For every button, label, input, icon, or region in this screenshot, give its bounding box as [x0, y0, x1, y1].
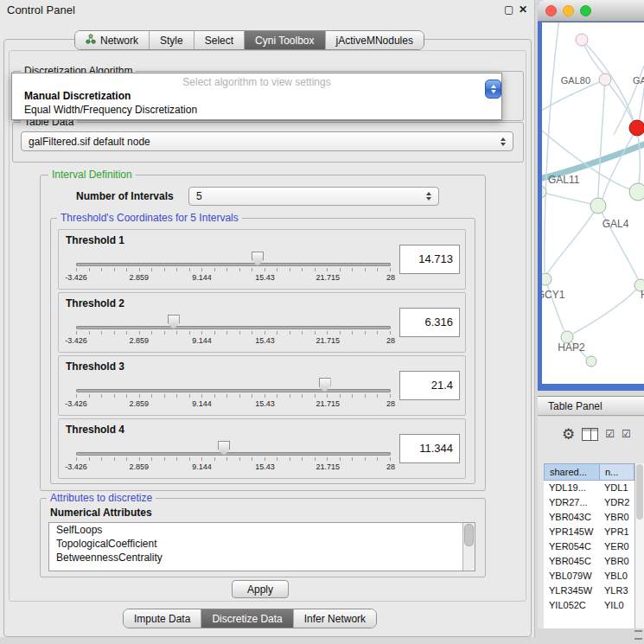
table-row[interactable]: YDR27...YDR2 [544, 495, 634, 510]
table-row[interactable]: YDL19...YDL1 [544, 481, 634, 495]
table-scrollbar-thumb[interactable] [636, 464, 643, 520]
algorithm-option[interactable]: Manual Discretization [12, 89, 501, 103]
network-node[interactable] [599, 73, 611, 86]
threshold-slider[interactable]: -3.4262.8599.14415.4321.71528 [76, 314, 391, 350]
slider-track[interactable] [76, 389, 391, 392]
thresholds-group: Threshold 1-3.4262.8599.14415.4321.71528… [50, 218, 475, 484]
threshold-slider[interactable]: -3.4262.8599.14415.4321.71528 [76, 251, 391, 287]
network-edge [547, 206, 598, 274]
algorithm-combo-button[interactable] [485, 80, 501, 99]
table-row[interactable]: YLR345WYLR3 [544, 583, 634, 598]
attribute-item[interactable]: TopologicalCoefficient [49, 537, 475, 551]
network-node[interactable] [586, 356, 596, 367]
tab-impute-data[interactable]: Impute Data [124, 609, 201, 628]
network-titlebar[interactable] [538, 0, 644, 22]
network-node[interactable] [542, 273, 552, 285]
threshold-value[interactable]: 11.344 [399, 434, 460, 463]
column-header-name[interactable]: n... [599, 463, 634, 481]
threshold-value[interactable]: 6.316 [399, 308, 460, 337]
attribute-item[interactable]: BetweennessCentrality [49, 551, 475, 564]
tab-label: Select [205, 35, 233, 47]
table-row[interactable]: YPR145WYPR1 [544, 525, 634, 539]
slider-ticks [76, 331, 391, 335]
threshold-label: Threshold 4 [66, 424, 124, 436]
table-header-row: shared... n... [544, 463, 634, 481]
top-tab-bar: NetworkStyleSelectCyni ToolboxjActiveMNo… [74, 30, 424, 50]
list-scrollbar[interactable] [462, 523, 475, 571]
network-window: GAL80GAGAL11GAL4GCY1HHAP2 [538, 0, 644, 391]
float-panel-icon[interactable]: ▢ [504, 3, 513, 16]
cell-name[interactable]: YER0 [599, 539, 634, 554]
numerical-attributes-list[interactable]: SelfLoopsTopologicalCoefficientBetweenne… [48, 522, 475, 571]
threshold-slider[interactable]: -3.4262.8599.14415.4321.71528 [76, 377, 391, 413]
cell-name[interactable]: YDL1 [599, 481, 634, 495]
tab-jactivemnodules[interactable]: jActiveMNodules [325, 31, 424, 49]
threshold-value[interactable]: 21.4 [399, 371, 460, 400]
table-row[interactable]: YER054CYER0 [544, 539, 634, 554]
network-node[interactable] [590, 198, 606, 214]
cell-shared-name[interactable]: YBL079W [544, 569, 599, 583]
tab-style[interactable]: Style [149, 31, 194, 49]
apply-button[interactable]: Apply [232, 580, 289, 598]
cell-shared-name[interactable]: YBR043C [544, 510, 599, 525]
threshold-panel-1: Threshold 1-3.4262.8599.14415.4321.71528… [58, 229, 466, 290]
tab-infer-network[interactable]: Infer Network [293, 609, 376, 628]
cell-name[interactable]: YBR0 [599, 510, 634, 525]
cell-shared-name[interactable]: YLR345W [544, 583, 599, 598]
threshold-slider[interactable]: -3.4262.8599.14415.4321.71528 [76, 440, 391, 476]
tab-select[interactable]: Select [194, 31, 244, 49]
slider-scale: -3.4262.8599.14415.4321.71528 [76, 399, 391, 409]
slider-track[interactable] [76, 263, 391, 266]
minimize-window-button[interactable] [563, 5, 574, 16]
threshold-label: Threshold 3 [66, 360, 124, 373]
network-node[interactable] [629, 183, 644, 201]
slider-track[interactable] [76, 326, 391, 329]
attribute-item[interactable]: SelfLoops [49, 523, 475, 537]
cell-shared-name[interactable]: YDR27... [544, 495, 599, 510]
threshold-value[interactable]: 14.713 [399, 245, 460, 274]
resize-grip[interactable] [634, 630, 642, 640]
table-row[interactable]: YBR045CYBR0 [544, 554, 634, 569]
list-scrollbar-thumb[interactable] [464, 524, 474, 546]
cell-shared-name[interactable]: YIL052C [544, 598, 599, 613]
table-panel-title: Table Panel [548, 400, 603, 412]
tab-network[interactable]: Network [75, 31, 149, 49]
threshold-panel-4: Threshold 4-3.4262.8599.14415.4321.71528… [58, 418, 466, 479]
node-label: GA [633, 75, 644, 86]
network-node[interactable] [576, 34, 588, 46]
table-row[interactable]: YBR043CYBR0 [544, 510, 634, 525]
cell-name[interactable]: YIL0 [599, 598, 634, 613]
network-node[interactable] [629, 120, 644, 136]
cell-name[interactable]: YDR2 [599, 495, 634, 510]
zoom-window-button[interactable] [580, 5, 591, 16]
node-label: H [641, 289, 644, 301]
table-row[interactable]: YIL052CYIL0 [544, 598, 634, 613]
intervals-count-select[interactable]: 5 [188, 187, 439, 206]
cell-shared-name[interactable]: YER054C [544, 539, 599, 554]
table-row[interactable]: YBL079WYBL0 [544, 569, 634, 583]
node-label: GAL4 [603, 218, 629, 230]
cell-name[interactable]: YBL0 [599, 569, 634, 583]
close-panel-icon[interactable]: ✕ [519, 3, 527, 16]
network-canvas[interactable]: GAL80GAGAL11GAL4GCY1HHAP2 [542, 22, 644, 384]
table-data-select[interactable]: galFiltered.sif default node [21, 131, 513, 151]
algorithm-option[interactable]: Equal Width/Frequency Discretization [12, 103, 501, 117]
checkbox-icon[interactable]: ☑ [605, 429, 615, 439]
network-icon [86, 34, 96, 47]
gear-icon[interactable]: ⚙ [562, 427, 575, 442]
close-window-button[interactable] [545, 5, 557, 16]
checkbox-icon[interactable]: ☑ [622, 429, 631, 439]
cell-name[interactable]: YLR3 [599, 583, 634, 598]
table-scrollbar[interactable] [634, 463, 644, 628]
cell-shared-name[interactable]: YPR145W [544, 525, 599, 539]
slider-track[interactable] [76, 452, 391, 456]
tab-cyni-toolbox[interactable]: Cyni Toolbox [244, 31, 324, 49]
columns-icon[interactable] [582, 428, 598, 441]
tab-discretize-data[interactable]: Discretize Data [201, 609, 292, 628]
cell-shared-name[interactable]: YBR045C [544, 554, 599, 569]
cell-name[interactable]: YPR1 [599, 525, 634, 539]
cell-name[interactable]: YBR0 [599, 554, 634, 569]
column-header-shared-name[interactable]: shared... [544, 463, 599, 481]
cell-shared-name[interactable]: YDL19... [544, 481, 599, 495]
table-toolbar: ⚙ ☑ ☑ [538, 421, 644, 447]
